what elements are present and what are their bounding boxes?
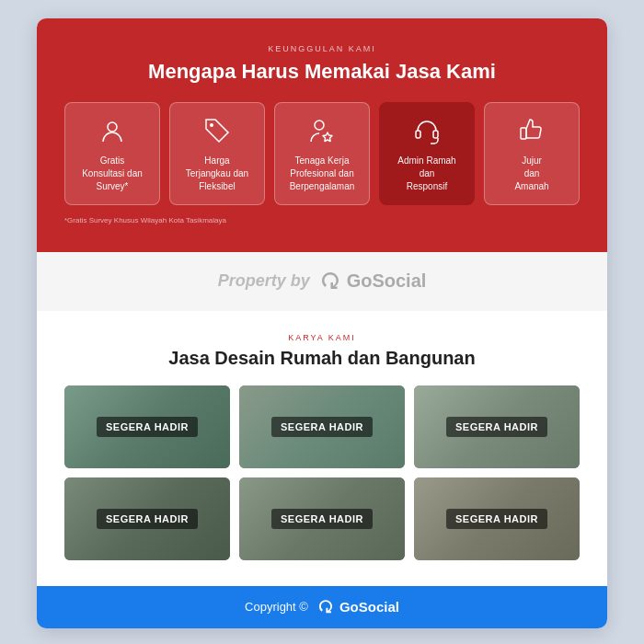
karya-title: Jasa Desain Rumah dan Bangunan	[64, 348, 580, 369]
svg-point-2	[315, 121, 324, 130]
gallery-badge-6: SEGERA HADIR	[446, 509, 547, 529]
gallery-badge-5: SEGERA HADIR	[271, 509, 373, 529]
gallery-badge-2: SEGERA HADIR	[271, 417, 373, 437]
svg-point-0	[108, 122, 117, 132]
gosocial-logo: GoSocial	[317, 269, 427, 294]
gallery-item-3[interactable]: SEGERA HADIR	[414, 385, 580, 468]
page-wrapper: KEUNGGULAN KAMI Mengapa Harus Memakai Ja…	[37, 18, 607, 628]
gallery-badge-4: SEGERA HADIR	[97, 509, 198, 529]
thumbs-up-icon	[515, 114, 548, 147]
property-by-section: Property by GoSocial	[37, 252, 607, 311]
gosocial-brand-name: GoSocial	[347, 270, 427, 292]
footer-brand-name: GoSocial	[339, 599, 399, 615]
keunggulan-label: KEUNGGULAN KAMI	[64, 44, 580, 53]
person-star-icon	[305, 114, 339, 147]
svg-point-1	[210, 123, 213, 127]
feature-card-gratis[interactable]: GratisKonsultasi danSurvey*	[64, 102, 160, 205]
feature-card-harga[interactable]: HargaTerjangkau danFleksibel	[169, 102, 265, 205]
gallery-item-1[interactable]: SEGERA HADIR	[64, 385, 230, 468]
svg-rect-5	[521, 128, 526, 139]
free-note: *Gratis Survey Khusus Wilayah Kota Tasik…	[64, 216, 580, 224]
gosocial-icon	[317, 269, 343, 294]
user-circle-icon	[96, 114, 129, 147]
gallery-item-4[interactable]: SEGERA HADIR	[64, 477, 230, 560]
footer-gosocial-icon	[316, 597, 336, 617]
karya-section: KARYA KAMI Jasa Desain Rumah dan Banguna…	[37, 311, 607, 586]
gallery-grid: SEGERA HADIR SEGERA HADIR SEGERA HADIR S…	[64, 385, 580, 560]
headset-icon	[410, 114, 443, 147]
feature-label-harga: HargaTerjangkau danFleksibel	[186, 155, 248, 193]
gallery-item-5[interactable]: SEGERA HADIR	[239, 477, 405, 560]
tag-icon	[201, 114, 234, 147]
gallery-badge-3: SEGERA HADIR	[446, 417, 547, 437]
gallery-item-2[interactable]: SEGERA HADIR	[239, 385, 405, 468]
footer-copyright: Copyright ©	[245, 600, 308, 614]
feature-label-admin: Admin RamahdanResponsif	[397, 155, 455, 193]
feature-label-jujur: JujurdanAmanah	[514, 155, 548, 193]
red-section: KEUNGGULAN KAMI Mengapa Harus Memakai Ja…	[37, 18, 607, 252]
feature-card-admin[interactable]: Admin RamahdanResponsif	[379, 102, 475, 205]
svg-rect-4	[433, 131, 438, 138]
footer-logo: GoSocial	[316, 597, 399, 617]
property-by-text: Property by	[218, 271, 310, 291]
feature-label-gratis: GratisKonsultasi danSurvey*	[82, 155, 143, 193]
gallery-badge-1: SEGERA HADIR	[97, 417, 198, 437]
karya-label: KARYA KAMI	[64, 333, 580, 342]
feature-card-jujur[interactable]: JujurdanAmanah	[484, 102, 580, 205]
gallery-item-6[interactable]: SEGERA HADIR	[414, 477, 580, 560]
features-grid: GratisKonsultasi danSurvey* HargaTerjang…	[64, 102, 580, 205]
feature-label-tenaga: Tenaga KerjaProfesional danBerpengalaman	[290, 155, 355, 193]
footer-bar: Copyright © GoSocial	[37, 586, 607, 628]
svg-rect-3	[416, 131, 420, 138]
red-section-title: Mengapa Harus Memakai Jasa Kami	[64, 59, 580, 86]
feature-card-tenaga[interactable]: Tenaga KerjaProfesional danBerpengalaman	[274, 102, 370, 205]
